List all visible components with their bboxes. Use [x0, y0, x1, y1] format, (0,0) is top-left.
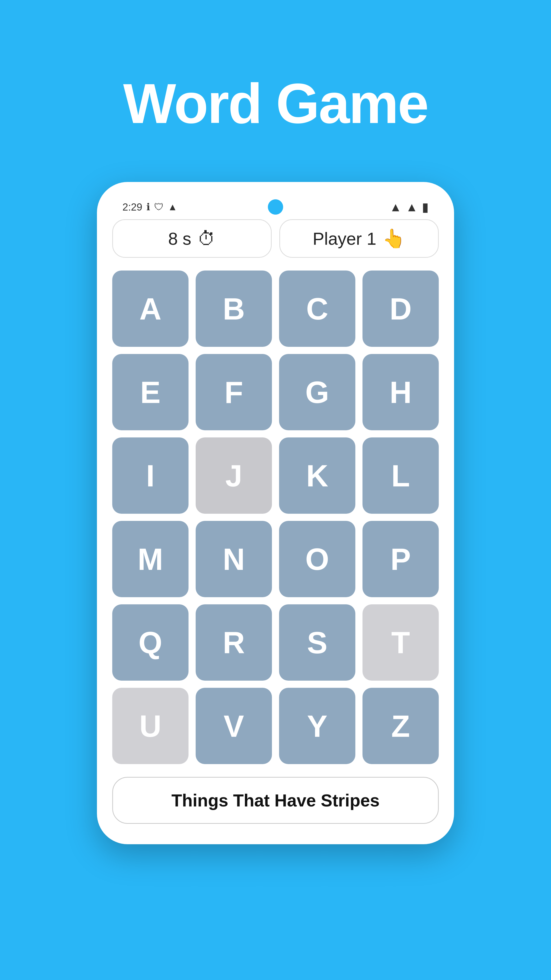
letter-btn-F[interactable]: F [196, 354, 272, 430]
letter-btn-D[interactable]: D [362, 270, 439, 347]
letter-btn-S[interactable]: S [279, 605, 355, 681]
letter-btn-J[interactable]: J [196, 438, 272, 514]
timer-icon: ⏱ [197, 228, 216, 249]
player-label: Player 1 [313, 229, 376, 248]
battery-icon: ▮ [422, 200, 429, 214]
letter-grid: ABCDEFGHIJKLMNOPQRSTUVYZ [112, 270, 439, 764]
letter-btn-C[interactable]: C [279, 270, 355, 347]
notification-icon: ▲ [168, 202, 178, 213]
timer-box[interactable]: 8 s ⏱ [112, 219, 272, 258]
timer-label: 8 s [168, 229, 191, 248]
letter-btn-Q[interactable]: Q [112, 605, 189, 681]
prompt-box: Things That Have Stripes [112, 777, 439, 824]
letter-btn-I[interactable]: I [112, 438, 189, 514]
status-bar: 2:29 ℹ 🛡 ▲ ▲ ▲ ▮ [112, 197, 439, 219]
camera-area [268, 199, 283, 215]
time-display: 2:29 [122, 201, 142, 213]
prompt-text: Things That Have Stripes [171, 791, 380, 810]
letter-btn-N[interactable]: N [196, 521, 272, 597]
player-icon: 👆 [383, 228, 405, 249]
status-right: ▲ ▲ ▮ [389, 200, 429, 214]
letter-btn-A[interactable]: A [112, 270, 189, 347]
app-title: Word Game [123, 72, 428, 136]
letter-btn-K[interactable]: K [279, 438, 355, 514]
letter-btn-B[interactable]: B [196, 270, 272, 347]
letter-btn-E[interactable]: E [112, 354, 189, 430]
letter-btn-P[interactable]: P [362, 521, 439, 597]
camera-dot [268, 199, 283, 215]
letter-btn-G[interactable]: G [279, 354, 355, 430]
wifi-icon: ▲ [389, 200, 402, 214]
signal-icon: ▲ [406, 200, 418, 214]
letter-btn-M[interactable]: M [112, 521, 189, 597]
letter-btn-L[interactable]: L [362, 438, 439, 514]
letter-btn-Y[interactable]: Y [279, 688, 355, 764]
status-left: 2:29 ℹ 🛡 ▲ [122, 201, 177, 213]
player-box[interactable]: Player 1 👆 [279, 219, 439, 258]
game-controls: 8 s ⏱ Player 1 👆 [112, 219, 439, 258]
letter-btn-V[interactable]: V [196, 688, 272, 764]
letter-btn-R[interactable]: R [196, 605, 272, 681]
letter-btn-T[interactable]: T [362, 605, 439, 681]
shield-icon: 🛡 [154, 202, 164, 213]
letter-btn-U[interactable]: U [112, 688, 189, 764]
phone-frame: 2:29 ℹ 🛡 ▲ ▲ ▲ ▮ 8 s ⏱ Player 1 👆 ABCDEF… [97, 182, 454, 844]
letter-btn-H[interactable]: H [362, 354, 439, 430]
letter-btn-O[interactable]: O [279, 521, 355, 597]
letter-btn-Z[interactable]: Z [362, 688, 439, 764]
alarm-icon: ℹ [146, 201, 150, 213]
